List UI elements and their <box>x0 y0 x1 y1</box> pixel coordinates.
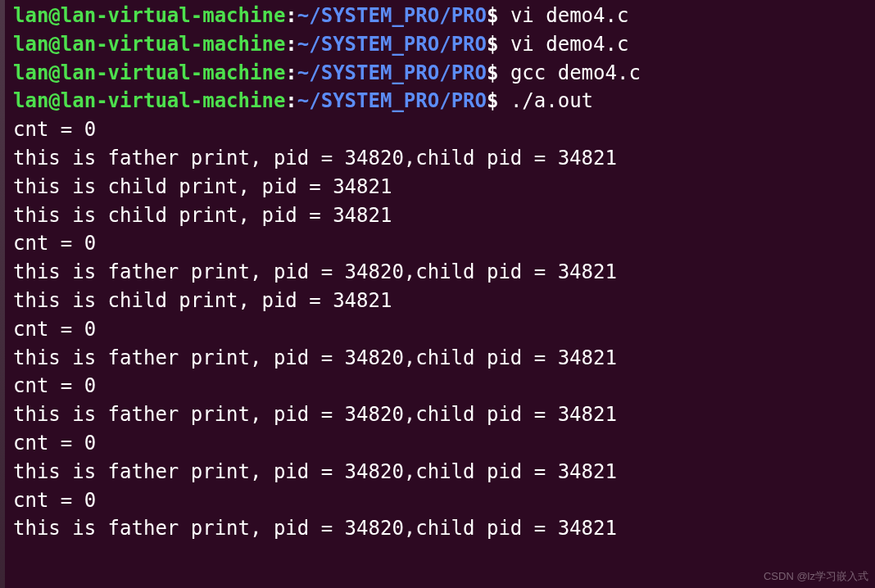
output-line: this is father print, pid = 34820,child … <box>13 400 875 429</box>
prompt-user: lan@lan-virtual-machine <box>13 89 285 112</box>
prompt-colon: : <box>285 33 297 56</box>
prompt-colon: : <box>285 61 297 84</box>
prompt-dollar: $ <box>487 33 498 56</box>
output-line: cnt = 0 <box>13 229 875 258</box>
output-line: cnt = 0 <box>13 372 875 400</box>
output-line: this is child print, pid = 34821 <box>13 287 875 315</box>
prompt-line: lan@lan-virtual-machine:~/SYSTEM_PRO/PRO… <box>13 87 875 115</box>
prompt-user: lan@lan-virtual-machine <box>13 4 285 27</box>
prompt-user: lan@lan-virtual-machine <box>13 33 285 56</box>
output-line: cnt = 0 <box>13 315 875 344</box>
output-line: cnt = 0 <box>13 115 875 144</box>
prompt-dollar: $ <box>487 4 498 27</box>
prompt-dollar: $ <box>487 89 498 112</box>
command-text: vi demo4.c <box>510 4 629 27</box>
prompt-colon: : <box>285 89 297 112</box>
output-line: this is father print, pid = 34820,child … <box>13 514 875 543</box>
prompt-path: ~/SYSTEM_PRO/PRO <box>297 33 487 56</box>
watermark-text: CSDN @lz学习嵌入式 <box>764 569 868 585</box>
output-line: cnt = 0 <box>13 429 875 458</box>
prompt-user: lan@lan-virtual-machine <box>13 61 285 84</box>
terminal-content[interactable]: lan@lan-virtual-machine:~/SYSTEM_PRO/PRO… <box>13 2 875 543</box>
window-left-edge <box>0 0 5 588</box>
prompt-line: lan@lan-virtual-machine:~/SYSTEM_PRO/PRO… <box>13 30 875 59</box>
command-text: gcc demo4.c <box>510 61 641 84</box>
command-text: ./a.out <box>510 89 593 112</box>
output-line: cnt = 0 <box>13 486 875 515</box>
output-line: this is child print, pid = 34821 <box>13 173 875 201</box>
prompt-path: ~/SYSTEM_PRO/PRO <box>297 61 487 84</box>
prompt-path: ~/SYSTEM_PRO/PRO <box>297 89 487 112</box>
prompt-colon: : <box>285 4 297 27</box>
output-line: this is child print, pid = 34821 <box>13 201 875 230</box>
prompt-dollar: $ <box>487 61 498 84</box>
prompt-path: ~/SYSTEM_PRO/PRO <box>297 4 487 27</box>
output-line: this is father print, pid = 34820,child … <box>13 458 875 486</box>
output-line: this is father print, pid = 34820,child … <box>13 258 875 287</box>
prompt-line: lan@lan-virtual-machine:~/SYSTEM_PRO/PRO… <box>13 2 875 30</box>
output-line: this is father print, pid = 34820,child … <box>13 344 875 373</box>
command-text: vi demo4.c <box>510 33 629 56</box>
prompt-line: lan@lan-virtual-machine:~/SYSTEM_PRO/PRO… <box>13 59 875 88</box>
output-line: this is father print, pid = 34820,child … <box>13 144 875 173</box>
